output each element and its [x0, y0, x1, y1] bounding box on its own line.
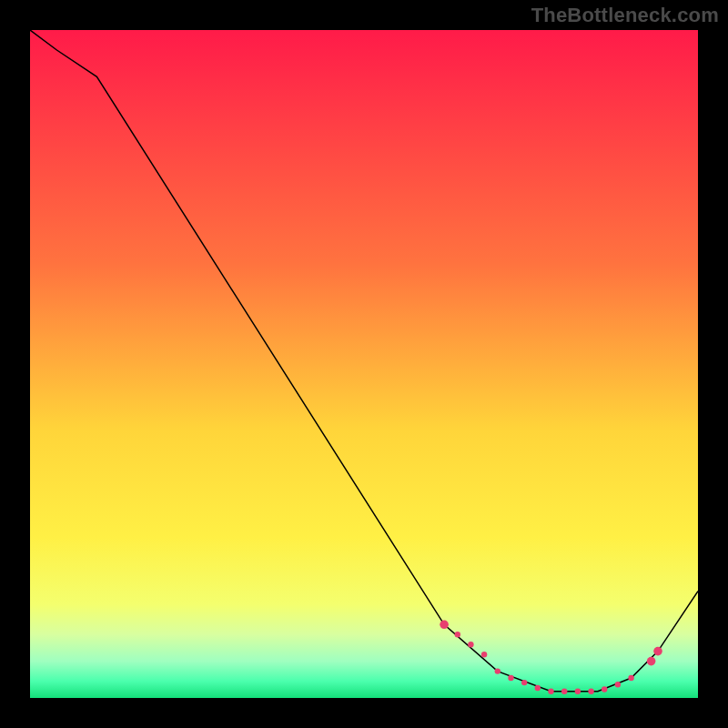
- marker-dot: [647, 657, 656, 666]
- marker-dot: [588, 689, 593, 694]
- chart-frame: TheBottleneck.com: [0, 0, 728, 728]
- marker-dot: [628, 675, 633, 681]
- marker-dot: [615, 682, 621, 687]
- marker-dot: [508, 675, 513, 681]
- marker-dot: [653, 647, 662, 656]
- marker-dot: [468, 642, 473, 647]
- marker-dot: [575, 689, 581, 694]
- plot-area: [30, 30, 698, 698]
- marker-dot: [602, 686, 607, 692]
- marker-dot: [561, 689, 567, 694]
- marker-dot: [481, 652, 487, 657]
- marker-dot: [535, 685, 541, 691]
- marker-dot: [521, 680, 527, 685]
- marker-dot: [495, 668, 500, 673]
- watermark-text: TheBottleneck.com: [531, 4, 719, 27]
- marker-dot: [440, 621, 449, 630]
- marker-dot: [548, 689, 553, 694]
- chart-svg: [30, 30, 698, 698]
- marker-dot: [455, 632, 460, 637]
